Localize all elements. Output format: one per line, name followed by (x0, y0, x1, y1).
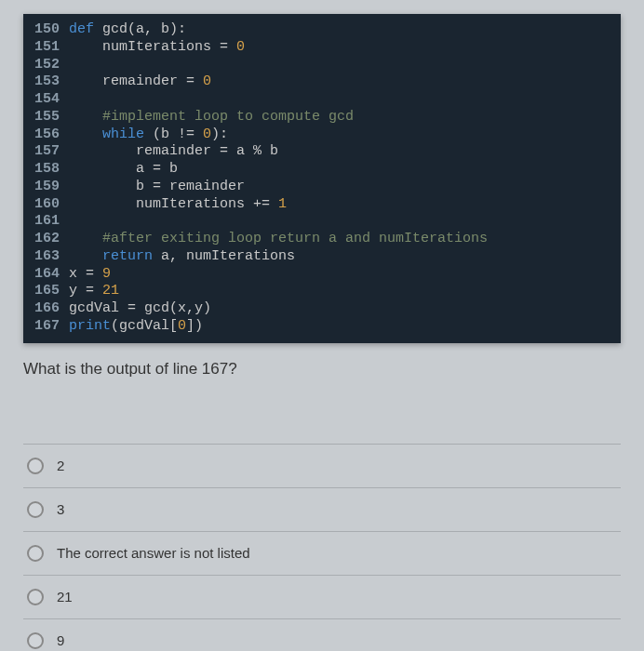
radio-icon[interactable] (27, 589, 44, 605)
code-line: #after exiting loop return a and numIter… (69, 231, 611, 248)
code-line: numIterations = 0 (69, 39, 611, 57)
line-number: 159 (34, 179, 60, 196)
radio-icon[interactable] (27, 632, 44, 649)
option-label: 9 (57, 632, 64, 648)
radio-icon[interactable] (27, 545, 44, 562)
line-number: 154 (34, 91, 60, 109)
code-line: gcdVal = gcd(x,y) (69, 300, 611, 318)
code-line: #implement loop to compute gcd (69, 109, 611, 126)
option-label: 3 (57, 501, 64, 517)
option-label: 21 (57, 589, 73, 604)
question-text: What is the output of line 167? (23, 360, 621, 379)
line-number: 158 (34, 161, 60, 179)
code-line: y = 21 (69, 283, 611, 300)
line-number: 152 (34, 57, 60, 74)
code-line (69, 213, 611, 231)
line-number: 163 (34, 248, 60, 266)
code-line: remainder = 0 (69, 73, 611, 91)
line-number: 156 (34, 126, 60, 144)
code-line: numIterations += 1 (69, 196, 611, 214)
line-number: 167 (34, 318, 60, 336)
answer-option[interactable]: 2 (23, 444, 621, 488)
code-line: b = remainder (69, 179, 611, 196)
code-line: while (b != 0): (69, 126, 611, 144)
code-line: def gcd(a, b): (69, 21, 611, 39)
code-line (69, 57, 611, 74)
line-number: 165 (34, 283, 60, 300)
line-number: 151 (34, 39, 60, 57)
code-line (69, 91, 611, 109)
code-block: 1501511521531541551561571581591601611621… (23, 14, 621, 343)
line-number: 166 (34, 300, 60, 318)
line-number: 157 (34, 143, 60, 161)
radio-icon[interactable] (27, 501, 44, 518)
code-line: remainder = a % b (69, 143, 611, 161)
radio-icon[interactable] (27, 458, 44, 474)
answer-option[interactable]: 9 (23, 619, 621, 652)
line-number: 150 (34, 21, 60, 39)
line-number: 155 (34, 109, 60, 126)
answer-option[interactable]: The correct answer is not listed (23, 532, 621, 576)
option-label: 2 (57, 458, 64, 473)
code-line: print(gcdVal[0]) (69, 318, 611, 336)
code-line: x = 9 (69, 266, 611, 284)
line-number: 153 (34, 73, 60, 91)
answer-option[interactable]: 3 (23, 488, 621, 532)
line-number: 162 (34, 231, 60, 248)
answer-options: 23The correct answer is not listed219 (23, 444, 621, 652)
code-line: return a, numIterations (69, 248, 611, 266)
line-numbers: 1501511521531541551561571581591601611621… (23, 21, 69, 336)
line-number: 164 (34, 266, 60, 284)
code-content: def gcd(a, b): numIterations = 0 remaind… (69, 21, 621, 336)
line-number: 161 (34, 213, 60, 231)
line-number: 160 (34, 196, 60, 214)
answer-option[interactable]: 21 (23, 576, 621, 619)
code-line: a = b (69, 161, 611, 179)
option-label: The correct answer is not listed (57, 545, 250, 561)
